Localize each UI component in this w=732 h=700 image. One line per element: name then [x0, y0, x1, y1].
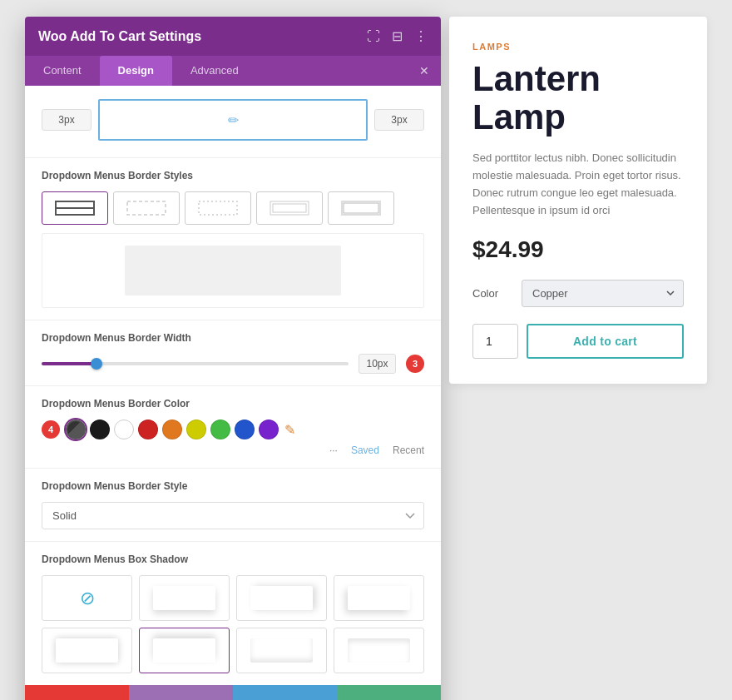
border-style-groove-btn[interactable] — [328, 191, 394, 225]
border-inputs-row: 3px ✏ 3px — [42, 99, 424, 141]
panel-footer: ✕ ↺ ↻ ✓ — [25, 685, 441, 700]
cancel-button[interactable]: ✕ — [25, 685, 129, 700]
border-preview-section: 3px ✏ 3px — [25, 86, 441, 158]
svg-rect-3 — [199, 201, 237, 215]
cart-row: Add to cart — [472, 324, 684, 359]
shadow-top-item[interactable] — [139, 628, 230, 673]
dropdown-border-color-title: Dropdown Menus Border Color — [42, 398, 424, 410]
product-category: LAMPS — [472, 42, 684, 52]
shadow-right-item[interactable] — [236, 575, 327, 621]
color-select[interactable]: Copper Silver Gold Black — [522, 280, 684, 307]
redo-button[interactable]: ↻ — [233, 685, 337, 700]
swatches-saved-label[interactable]: Saved — [351, 444, 379, 456]
swatches-more[interactable]: ··· — [329, 444, 338, 456]
tab-advanced[interactable]: Advanced — [172, 56, 257, 86]
svg-rect-0 — [56, 207, 94, 209]
quantity-input[interactable] — [472, 324, 518, 359]
product-color-row: Color Copper Silver Gold Black — [472, 280, 684, 307]
no-shadow-icon: ⊘ — [80, 588, 95, 609]
shadow-grid: ⊘ — [42, 575, 424, 673]
shadow-top-preview — [153, 638, 215, 663]
border-style-select[interactable]: Solid None Dashed Dotted Double Groove — [42, 502, 424, 529]
shadow-all-item[interactable] — [42, 628, 132, 673]
color-swatch-white[interactable] — [114, 420, 134, 439]
cancel-icon: ✕ — [71, 697, 83, 700]
pencil-icon[interactable]: ✏ — [228, 112, 239, 128]
color-edit-icon[interactable]: ✎ — [284, 422, 295, 438]
dropdown-border-color-section: Dropdown Menus Border Color 4 ✎ ··· — [25, 386, 441, 469]
border-width-badge: 3 — [406, 355, 424, 373]
color-label: Color — [472, 287, 510, 300]
svg-rect-5 — [273, 204, 306, 212]
color-swatch-red[interactable] — [138, 420, 158, 439]
color-swatch-orange[interactable] — [162, 420, 182, 439]
panel-header: Woo Add To Cart Settings ⛶ ⊟ ⋮ — [25, 17, 441, 56]
border-width-slider[interactable] — [42, 362, 349, 365]
swatches-recent-label[interactable]: Recent — [393, 444, 424, 456]
shadow-bottom-item[interactable] — [139, 575, 230, 621]
dropdown-border-styles-title: Dropdown Menus Border Styles — [42, 170, 424, 181]
shadow-left-bottom-item[interactable] — [334, 575, 424, 621]
dropdown-box-shadow-section: Dropdown Menus Box Shadow ⊘ — [25, 542, 441, 685]
border-left-input[interactable]: 3px — [42, 109, 92, 131]
color-swatch-yellow[interactable] — [186, 420, 206, 439]
undo-icon: ↺ — [175, 697, 187, 700]
shadow-inner-bottom-preview — [250, 638, 313, 663]
settings-panel: Woo Add To Cart Settings ⛶ ⊟ ⋮ Content D… — [25, 17, 441, 700]
shadow-all-preview — [56, 638, 118, 663]
shadow-left-bottom-preview — [348, 586, 410, 610]
panel-tabs: Content Design Advanced ✕ — [25, 56, 441, 86]
color-swatches-footer: ··· Saved Recent — [42, 444, 424, 456]
product-price: $24.99 — [472, 236, 684, 263]
dropdown-box-shadow-title: Dropdown Menus Box Shadow — [42, 554, 424, 565]
shadow-inner-bottom-item[interactable] — [236, 628, 327, 673]
columns-icon[interactable]: ⊟ — [392, 28, 403, 44]
panel-body: 3px ✏ 3px Dropdown Menus Border Styles — [25, 86, 441, 685]
dropdown-border-width-title: Dropdown Menus Border Width — [42, 332, 424, 344]
color-swatch-blue[interactable] — [235, 420, 255, 439]
dropdown-border-style-section: Dropdown Menus Border Style Solid None D… — [25, 469, 441, 542]
product-panel: LAMPS Lantern Lamp Sed porttitor lectus … — [449, 17, 707, 384]
svg-rect-7 — [344, 203, 378, 213]
dropdown-border-styles-section: Dropdown Menus Border Styles — [25, 158, 441, 320]
expand-icon[interactable]: ⛶ — [367, 29, 380, 44]
border-style-solid-btn[interactable] — [42, 191, 108, 225]
shadow-bottom-preview — [153, 586, 215, 610]
border-style-buttons — [42, 191, 424, 225]
more-icon[interactable]: ⋮ — [414, 28, 428, 44]
panel-close-button[interactable]: ✕ — [408, 56, 441, 86]
border-preview-inner — [125, 246, 341, 295]
save-button[interactable]: ✓ — [337, 685, 441, 700]
border-width-value[interactable]: 10px — [359, 354, 396, 374]
slider-fill — [42, 362, 96, 365]
border-right-input[interactable]: 3px — [374, 109, 424, 131]
redo-icon: ↻ — [279, 697, 291, 700]
shadow-inner-top-item[interactable] — [334, 628, 424, 673]
dropdown-border-width-section: Dropdown Menus Border Width 10px 3 — [25, 320, 441, 386]
product-name: Lantern Lamp — [472, 60, 684, 137]
svg-rect-4 — [270, 201, 309, 215]
border-style-dotted-btn[interactable] — [185, 191, 251, 225]
color-swatch-green[interactable] — [210, 420, 230, 439]
product-description: Sed porttitor lectus nibh. Donec sollici… — [472, 150, 684, 219]
shadow-none-item[interactable]: ⊘ — [42, 575, 132, 621]
svg-rect-2 — [127, 201, 166, 215]
border-width-slider-row: 10px 3 — [42, 354, 424, 374]
border-style-double-btn[interactable] — [256, 191, 323, 225]
slider-thumb[interactable] — [91, 358, 102, 370]
color-swatch-black[interactable] — [90, 420, 110, 439]
dropdown-border-style-title: Dropdown Menus Border Style — [42, 480, 424, 492]
shadow-inner-top-preview — [348, 638, 410, 663]
undo-button[interactable]: ↺ — [129, 685, 233, 700]
border-preview-box: ✏ — [98, 99, 368, 141]
color-swatch-purple[interactable] — [259, 420, 279, 439]
border-style-dashed-btn[interactable] — [113, 191, 180, 225]
add-to-cart-button[interactable]: Add to cart — [527, 324, 684, 359]
save-icon: ✓ — [383, 697, 395, 700]
tab-content[interactable]: Content — [25, 56, 100, 86]
color-swatch-transparent[interactable] — [66, 420, 86, 439]
color-swatches-row: 4 ✎ — [42, 420, 424, 439]
panel-title: Woo Add To Cart Settings — [38, 29, 201, 44]
shadow-right-preview — [250, 586, 313, 610]
tab-design[interactable]: Design — [100, 56, 172, 86]
